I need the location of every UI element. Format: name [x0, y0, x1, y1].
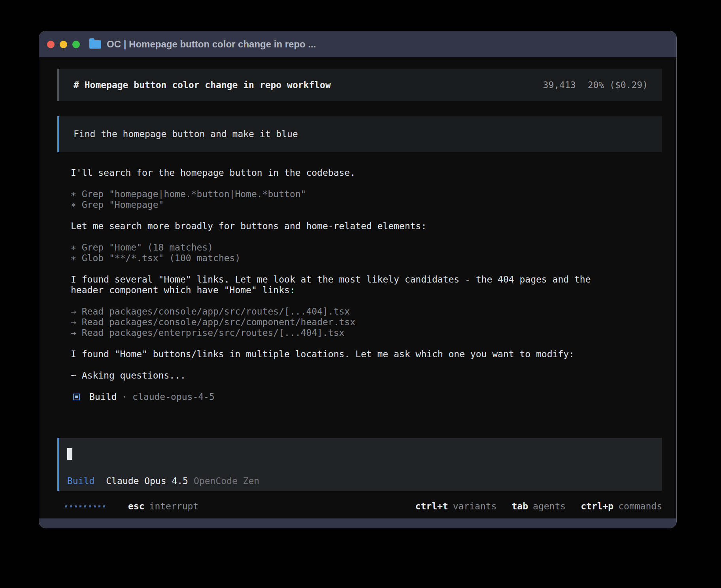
provider-label: OpenCode Zen [194, 476, 259, 486]
folder-icon [89, 40, 101, 49]
titlebar: OC | Homepage button color change in rep… [39, 31, 676, 57]
assistant-text: I'll search for the homepage button in t… [71, 168, 662, 178]
hint-commands: ctrl+p commands [581, 501, 662, 512]
spinner-dot [84, 505, 86, 507]
spinner-dot [75, 505, 77, 507]
zoom-button[interactable] [72, 41, 80, 48]
close-button[interactable] [47, 41, 55, 48]
tool-call-group: ∗ Grep "Home" (18 matches) ∗ Glob "**/*.… [71, 242, 662, 264]
tool-call-grep: ∗ Grep "Homepage" [71, 200, 662, 210]
model-label: Claude Opus 4.5 [106, 476, 188, 486]
agent-model: claude-opus-4-5 [132, 392, 215, 402]
tool-call-text: Grep "homepage|home.*button|Home.*button… [82, 189, 306, 199]
arrow-right-icon: → [71, 317, 82, 327]
assistant-text: header component which have "Home" links… [71, 285, 662, 296]
user-message-text: Find the homepage button and make it blu… [74, 129, 298, 139]
spinner-dot [98, 505, 100, 507]
tool-call-text: Read packages/console/app/src/component/… [82, 317, 355, 327]
hint-label: variants [453, 501, 497, 512]
tool-call-grep: ∗ Grep "Home" (18 matches) [71, 242, 662, 253]
statusbar-left: esc interrupt [65, 501, 198, 512]
tool-call-text: Read packages/console/app/src/routes/[..… [82, 306, 350, 317]
hint-agents: tab agents [511, 501, 566, 512]
assistant-status-text: ~ Asking questions... [71, 370, 662, 381]
tool-call-group: → Read packages/console/app/src/routes/[… [71, 306, 662, 338]
spinner-dot [70, 505, 72, 507]
assistant-text: I found several "Home" links. Let me loo… [71, 274, 662, 285]
session-stats: 39,413 20% ($0.29) [543, 80, 648, 90]
minimize-button[interactable] [60, 41, 67, 48]
hint-key: esc [128, 501, 145, 512]
dot-separator: · [122, 392, 127, 402]
spinner-dot [94, 505, 96, 507]
asterisk-icon: ∗ [71, 242, 82, 253]
hint-key: ctrl+p [581, 501, 613, 512]
tool-call-read: → Read packages/console/app/src/componen… [71, 317, 662, 328]
spinner-dot [65, 505, 67, 507]
window-bottom-bar [39, 518, 676, 528]
input-footer: Build Claude Opus 4.5 OpenCode Zen [67, 476, 654, 486]
arrow-right-icon: → [71, 328, 82, 338]
spinner-dots [65, 505, 105, 507]
session-title: # Homepage button color change in repo w… [74, 80, 331, 90]
spinner-dot [79, 505, 81, 507]
tool-call-text: Grep "Home" (18 matches) [82, 242, 213, 253]
spinner-dot [103, 505, 105, 507]
user-message: Find the homepage button and make it blu… [57, 116, 662, 152]
tool-call-read: → Read packages/enterprise/src/routes/[.… [71, 328, 662, 338]
token-count: 39,413 [543, 80, 576, 90]
tool-call-text: Grep "Homepage" [82, 200, 164, 210]
tool-call-group: ∗ Grep "homepage|home.*button|Home.*butt… [71, 189, 662, 210]
arrow-right-icon: → [71, 306, 82, 317]
traffic-lights [47, 41, 80, 48]
transcript: I'll search for the homepage button in t… [57, 168, 662, 413]
asterisk-icon: ∗ [71, 253, 82, 263]
prompt-input[interactable]: Build Claude Opus 4.5 OpenCode Zen [57, 438, 662, 491]
hint-key: ctrl+t [415, 501, 448, 512]
agent-icon [73, 394, 80, 400]
mode-label[interactable]: Build [67, 476, 94, 486]
context-cost: 20% ($0.29) [588, 80, 648, 90]
agent-status-row: Build · claude-opus-4-5 [71, 392, 662, 402]
asterisk-icon: ∗ [71, 189, 82, 199]
tool-call-read: → Read packages/console/app/src/routes/[… [71, 306, 662, 317]
hint-interrupt: esc interrupt [128, 501, 198, 512]
statusbar: esc interrupt ctrl+t variants tab agents… [57, 500, 662, 512]
hint-label: commands [618, 501, 662, 512]
terminal-content: # Homepage button color change in repo w… [39, 57, 676, 518]
assistant-text: I found "Home" buttons/links in multiple… [71, 349, 662, 360]
tool-call-text: Glob "**/*.tsx" (100 matches) [82, 253, 241, 263]
hint-label: agents [533, 501, 566, 512]
terminal-window: OC | Homepage button color change in rep… [39, 31, 677, 528]
tool-call-glob: ∗ Glob "**/*.tsx" (100 matches) [71, 253, 662, 264]
tool-call-text: Read packages/enterprise/src/routes/[...… [82, 328, 345, 338]
hint-key: tab [511, 501, 528, 512]
hint-variants: ctrl+t variants [415, 501, 497, 512]
window-title: OC | Homepage button color change in rep… [107, 39, 316, 50]
statusbar-right: ctrl+t variants tab agents ctrl+p comman… [415, 501, 662, 512]
session-header: # Homepage button color change in repo w… [57, 69, 662, 101]
tool-call-grep: ∗ Grep "homepage|home.*button|Home.*butt… [71, 189, 662, 200]
asterisk-icon: ∗ [71, 200, 82, 210]
spinner-dot [89, 505, 91, 507]
agent-name: Build [89, 392, 117, 402]
text-cursor [67, 448, 72, 460]
assistant-text: Let me search more broadly for buttons a… [71, 221, 662, 232]
hint-label: interrupt [149, 501, 199, 512]
